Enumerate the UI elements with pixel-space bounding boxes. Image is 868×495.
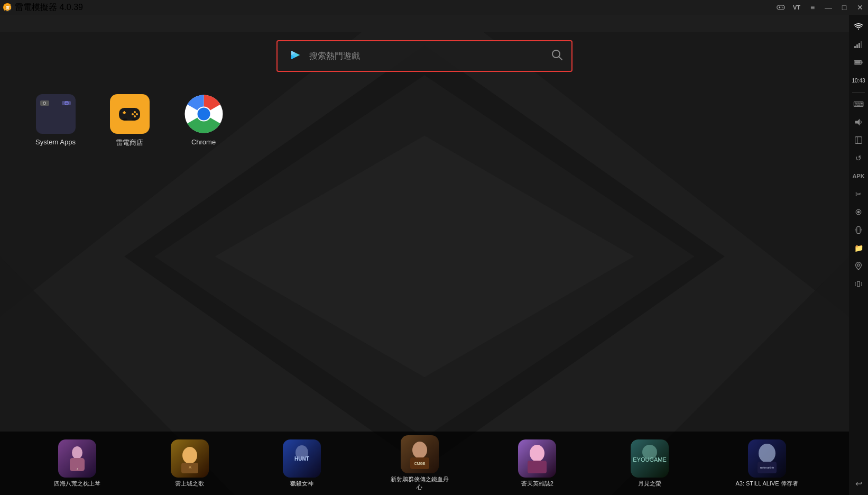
window-controls: VT ≡ — □ ✕ bbox=[773, 0, 868, 15]
svg-text:⚔: ⚔ bbox=[188, 465, 191, 470]
svg-marker-15 bbox=[855, 119, 860, 126]
svg-point-72 bbox=[296, 445, 308, 460]
svg-text:♪: ♪ bbox=[77, 467, 79, 471]
svg-rect-16 bbox=[855, 137, 862, 144]
game4-label: 新射鵰群俠傳之鐵血丹心 bbox=[388, 475, 451, 491]
battery-status-icon bbox=[851, 55, 866, 70]
keyboard-icon[interactable]: ⌨ bbox=[851, 97, 866, 112]
svg-point-50 bbox=[136, 113, 138, 115]
svg-text:CMGE: CMGE bbox=[414, 462, 425, 465]
titlebar-title: 雷電模擬器 4.0.39 bbox=[15, 2, 83, 13]
game7-label: A3: STILL ALIVE 倖存者 bbox=[735, 480, 798, 488]
svg-rect-81 bbox=[528, 461, 547, 473]
svg-point-88 bbox=[759, 444, 775, 463]
svg-point-53 bbox=[123, 118, 127, 121]
svg-rect-26 bbox=[857, 281, 860, 287]
svg-point-85 bbox=[642, 445, 657, 460]
app-label-system-apps: System Apps bbox=[35, 138, 76, 146]
apk-icon[interactable]: APK bbox=[851, 169, 866, 184]
bottom-app-3[interactable]: HUNT 獵殺女神 bbox=[275, 439, 328, 488]
close-button[interactable]: ✕ bbox=[852, 0, 868, 15]
svg-line-41 bbox=[559, 57, 562, 60]
bottom-app-4[interactable]: CMGE 新射鵰群俠傳之鐵血丹心 bbox=[388, 435, 451, 491]
game5-icon bbox=[518, 439, 556, 478]
app-icon-system-apps[interactable]: System Apps bbox=[32, 94, 79, 148]
vt-button[interactable]: VT bbox=[789, 0, 805, 15]
game2-icon: ⚔ bbox=[171, 439, 209, 478]
search-bar[interactable]: 搜索熱門遊戲 bbox=[276, 40, 572, 72]
location-icon[interactable] bbox=[851, 259, 866, 273]
scissors-icon[interactable]: ✂ bbox=[851, 187, 866, 201]
svg-rect-48 bbox=[124, 111, 125, 114]
right-sidebar: 10:43 ⌨ ↺ APK ✂ 📁 bbox=[849, 15, 868, 495]
svg-point-66 bbox=[182, 447, 197, 464]
game3-icon: HUNT bbox=[283, 439, 321, 478]
minimize-button[interactable]: — bbox=[820, 0, 836, 15]
signal-status-icon bbox=[851, 37, 866, 52]
game6-icon: EYOUGAME bbox=[631, 439, 669, 478]
svg-point-19 bbox=[857, 211, 860, 214]
svg-point-7 bbox=[782, 7, 783, 8]
bottom-apps-bar: ♪ 四海八荒之枕上琴 ⚔ 雲上城之歌 bbox=[0, 432, 849, 495]
folder-icon[interactable]: 📁 bbox=[851, 241, 866, 255]
svg-text:雷: 雷 bbox=[6, 6, 10, 10]
svg-text:netmarble: netmarble bbox=[760, 466, 774, 469]
svg-rect-9 bbox=[856, 44, 858, 48]
svg-rect-20 bbox=[857, 227, 860, 234]
gamepad-titlebar-icon[interactable] bbox=[773, 0, 789, 15]
app-icon-leidian-store[interactable]: 雷電商店 bbox=[106, 94, 153, 148]
game6-label: 月見之螢 bbox=[638, 480, 661, 488]
bottom-app-5[interactable]: 蒼天英雄誌2 bbox=[511, 439, 564, 488]
app-icons-grid: System Apps 雷電商店 bbox=[32, 94, 227, 148]
record-icon[interactable] bbox=[851, 205, 866, 219]
time-display: 10:43 bbox=[851, 73, 866, 88]
app-label-chrome: Chrome bbox=[191, 138, 216, 146]
svg-point-51 bbox=[132, 113, 134, 115]
svg-point-43 bbox=[44, 102, 45, 104]
sound-icon[interactable] bbox=[851, 115, 866, 130]
app-logo: 雷 bbox=[3, 3, 12, 12]
menu-button[interactable]: ≡ bbox=[805, 0, 820, 15]
game1-icon: ♪ bbox=[58, 439, 96, 478]
bottom-app-1[interactable]: ♪ 四海八荒之枕上琴 bbox=[51, 439, 104, 488]
bottom-app-6[interactable]: EYOUGAME 月見之螢 bbox=[623, 439, 676, 488]
svg-point-52 bbox=[134, 115, 136, 117]
svg-point-6 bbox=[782, 6, 783, 7]
app-label-leidian-store: 雷電商店 bbox=[116, 138, 143, 148]
screen-resize-icon[interactable] bbox=[851, 133, 866, 148]
svg-point-61 bbox=[72, 446, 82, 459]
main-content: 搜索熱門遊戲 bbox=[0, 15, 849, 495]
svg-rect-10 bbox=[858, 43, 860, 48]
svg-rect-11 bbox=[861, 41, 862, 48]
search-placeholder: 搜索熱門遊戲 bbox=[309, 51, 545, 62]
back-button[interactable]: ↩ bbox=[851, 476, 866, 491]
game7-icon: netmarble bbox=[748, 439, 786, 478]
shake-icon[interactable] bbox=[851, 223, 866, 237]
svg-rect-8 bbox=[854, 46, 856, 48]
sysapp-cell bbox=[40, 100, 50, 106]
sysapp-cell bbox=[62, 101, 71, 105]
chrome-icon-img bbox=[184, 94, 224, 134]
app-icon-chrome[interactable]: Chrome bbox=[180, 94, 227, 148]
maximize-button[interactable]: □ bbox=[836, 0, 852, 15]
search-bar-container: 搜索熱門遊戲 bbox=[276, 40, 572, 72]
svg-point-25 bbox=[857, 264, 860, 266]
svg-rect-13 bbox=[862, 61, 863, 63]
game5-label: 蒼天英雄誌2 bbox=[521, 480, 553, 488]
svg-rect-3 bbox=[777, 5, 784, 10]
leidian-store-icon-img bbox=[110, 94, 150, 134]
game3-label: 獵殺女神 bbox=[290, 480, 313, 488]
play-store-icon bbox=[286, 47, 303, 66]
game4-icon: CMGE bbox=[401, 435, 439, 473]
svg-point-80 bbox=[530, 445, 544, 462]
search-magnify-icon[interactable] bbox=[551, 49, 563, 63]
svg-point-75 bbox=[412, 442, 427, 459]
wifi-status-icon bbox=[851, 19, 866, 34]
vibrate-icon[interactable] bbox=[851, 277, 866, 291]
svg-point-49 bbox=[134, 111, 136, 113]
svg-point-54 bbox=[132, 118, 136, 121]
refresh-icon[interactable]: ↺ bbox=[851, 151, 866, 166]
game2-label: 雲上城之歌 bbox=[175, 480, 204, 488]
bottom-app-7[interactable]: netmarble A3: STILL ALIVE 倖存者 bbox=[735, 439, 798, 488]
bottom-app-2[interactable]: ⚔ 雲上城之歌 bbox=[163, 439, 216, 488]
